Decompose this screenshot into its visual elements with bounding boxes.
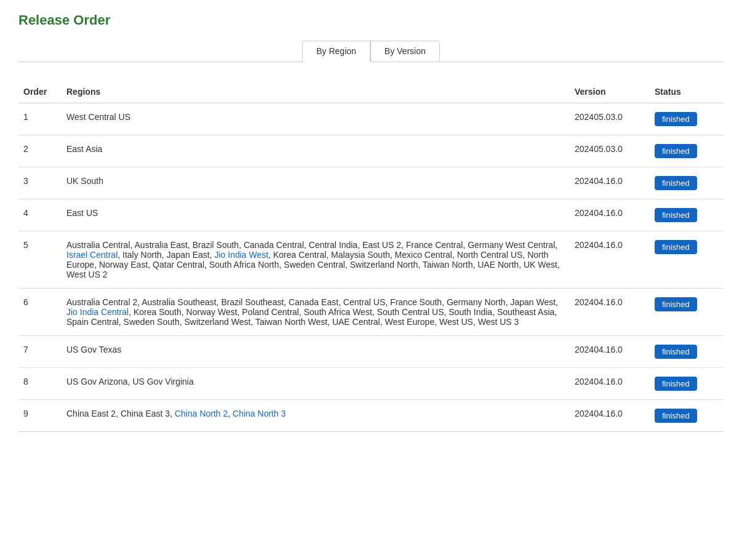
region-link[interactable]: Israel Central xyxy=(66,250,118,260)
header-regions: Regions xyxy=(62,81,570,103)
cell-regions: East US xyxy=(62,199,570,231)
region-text: Korea Central xyxy=(273,250,326,260)
region-text: Poland Central xyxy=(242,307,299,317)
region-text: France South xyxy=(390,297,442,307)
page-title: Release Order xyxy=(18,12,724,28)
cell-order: 3 xyxy=(18,167,62,199)
cell-order: 2 xyxy=(18,135,62,167)
region-text: Japan East xyxy=(167,250,210,260)
region-text: , xyxy=(345,260,350,270)
region-text: , xyxy=(188,240,193,250)
cell-version: 202404.16.0 xyxy=(570,167,650,199)
cell-status: finished xyxy=(650,167,724,199)
cell-version: 202404.16.0 xyxy=(570,368,650,400)
region-text: Australia Central xyxy=(66,240,130,250)
region-text: China East 2 xyxy=(66,409,116,418)
region-text: Sweden Central xyxy=(284,260,345,270)
region-text: , xyxy=(442,297,447,307)
region-link[interactable]: Jio India West xyxy=(214,250,268,260)
region-text: , xyxy=(555,240,557,250)
region-text: , xyxy=(299,307,304,317)
cell-regions: West Central US xyxy=(62,103,570,135)
status-badge: finished xyxy=(655,377,697,391)
region-text: , xyxy=(284,297,289,307)
header-order: Order xyxy=(18,81,62,103)
region-text: East Asia xyxy=(66,144,102,154)
cell-regions: East Asia xyxy=(62,135,570,167)
cell-version: 202405.03.0 xyxy=(570,103,650,135)
region-text: Germany West Central xyxy=(468,240,555,250)
region-text: Sweden South xyxy=(124,317,180,327)
region-text: , xyxy=(357,240,362,250)
cell-version: 202404.16.0 xyxy=(570,231,650,289)
region-text: West Europe xyxy=(385,317,435,327)
region-text: UK South xyxy=(66,176,103,186)
region-text: West US 3 xyxy=(478,317,519,327)
table-row: 7US Gov Texas202404.16.0finished xyxy=(18,336,724,368)
region-text: South Africa West xyxy=(304,307,372,317)
release-order-table: Order Regions Version Status 1West Centr… xyxy=(18,81,724,432)
region-text: , xyxy=(401,240,406,250)
tab-by-version[interactable]: By Version xyxy=(370,41,440,62)
region-text: Switzerland North xyxy=(350,260,418,270)
cell-regions: UK South xyxy=(62,167,570,199)
cell-regions: Australia Central, Australia East, Brazi… xyxy=(62,231,570,289)
cell-status: finished xyxy=(650,231,724,289)
region-text: , xyxy=(519,260,524,270)
region-text: , xyxy=(557,260,560,270)
region-text: , xyxy=(250,317,255,327)
region-text: , xyxy=(434,317,439,327)
region-text: Germany North xyxy=(447,297,506,307)
region-text: France Central xyxy=(406,240,463,250)
region-text: US Gov Virginia xyxy=(132,377,193,386)
region-text: UAE Central xyxy=(332,317,380,327)
region-text: South India xyxy=(449,307,492,317)
region-text: Central India xyxy=(309,240,357,250)
region-link[interactable]: China North 3 xyxy=(233,409,285,418)
region-text: , xyxy=(418,260,423,270)
region-text: Spain Central xyxy=(66,317,119,327)
region-text: , xyxy=(118,250,122,260)
region-text: West US xyxy=(439,317,473,327)
region-text: , xyxy=(463,240,468,250)
region-text: Qatar Central xyxy=(153,260,204,270)
region-text: Norway West xyxy=(186,307,237,317)
region-text: UAE North xyxy=(477,260,519,270)
region-text: South Africa North xyxy=(209,260,279,270)
header-version: Version xyxy=(570,81,650,103)
region-text: , xyxy=(556,297,558,307)
cell-order: 5 xyxy=(18,231,62,289)
region-text: East US 2 xyxy=(362,240,401,250)
region-text: US Gov Arizona xyxy=(66,377,128,386)
region-text: , xyxy=(326,250,331,260)
cell-order: 9 xyxy=(18,400,62,432)
region-text: Taiwan North West xyxy=(255,317,327,327)
region-text: Australia East xyxy=(135,240,188,250)
region-text: , xyxy=(204,260,209,270)
status-badge: finished xyxy=(655,176,697,190)
region-text: , xyxy=(239,240,244,250)
region-text: Malaysia South xyxy=(331,250,390,260)
header-status: Status xyxy=(650,81,724,103)
region-text: Australia Central 2 xyxy=(66,297,137,307)
cell-order: 4 xyxy=(18,199,62,231)
region-text: , xyxy=(522,250,527,260)
region-text: Mexico Central xyxy=(395,250,452,260)
table-row: 2East Asia202405.03.0finished xyxy=(18,135,724,167)
cell-regions: Australia Central 2, Australia Southeast… xyxy=(62,289,570,336)
region-text: Canada Central xyxy=(244,240,304,250)
tab-by-region[interactable]: By Region xyxy=(302,41,370,62)
cell-status: finished xyxy=(650,400,724,432)
region-text: , xyxy=(338,297,343,307)
cell-status: finished xyxy=(650,368,724,400)
status-badge: finished xyxy=(655,297,697,311)
region-text: , xyxy=(228,409,233,418)
region-link[interactable]: Jio India Central xyxy=(66,307,129,317)
region-text: Norway East xyxy=(99,260,148,270)
region-link[interactable]: China North 2 xyxy=(175,409,228,418)
cell-order: 7 xyxy=(18,336,62,368)
region-text: , xyxy=(162,250,167,260)
cell-version: 202404.16.0 xyxy=(570,199,650,231)
cell-regions: US Gov Arizona, US Gov Virginia xyxy=(62,368,570,400)
status-badge: finished xyxy=(655,409,697,423)
